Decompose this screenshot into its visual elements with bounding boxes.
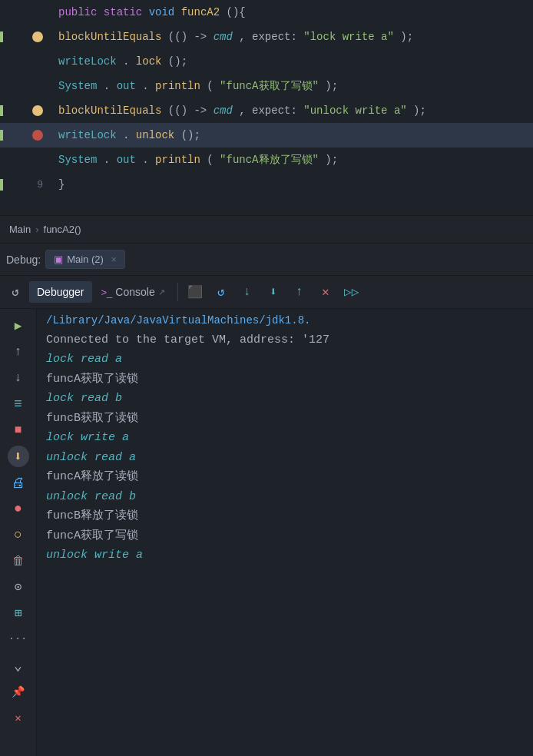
code-line-3: writeLock . lock ();: [0, 49, 533, 74]
step-into-button[interactable]: ↓: [235, 280, 260, 304]
breadcrumb-separator: ›: [35, 224, 38, 235]
console-area: ▶ ↑ ↓ ≡ ■ ⬇ 🖨 ● ○ 🗑 ⊙ ⊞ ··· ⌄ 📌 ✕ /Libra…: [0, 309, 533, 756]
step-up-button[interactable]: ↑: [287, 280, 312, 304]
record-icon[interactable]: ●: [8, 498, 29, 519]
output-line-9: funcB释放了读锁: [46, 506, 524, 526]
debug-tab-main[interactable]: ▣ Main (2) ×: [45, 250, 125, 269]
step-over-button[interactable]: ↺: [209, 280, 233, 304]
output-line-3: lock read b: [46, 389, 524, 409]
chevron-down-icon[interactable]: ⌄: [8, 655, 29, 676]
line-gutter-8: 9: [0, 179, 52, 191]
debug-tab-name: Main (2): [67, 254, 104, 265]
filter-icon[interactable]: ≡: [8, 393, 29, 415]
arrow-up-icon[interactable]: ↑: [8, 341, 29, 363]
breakpoint-dark-red[interactable]: [32, 130, 43, 141]
breakpoint-orange-1[interactable]: [32, 32, 43, 42]
line-gutter-2: [0, 32, 52, 42]
code-line-1: public static void funcA2 (){: [0, 0, 533, 25]
console-sidebar: ▶ ↑ ↓ ≡ ■ ⬇ 🖨 ● ○ 🗑 ⊙ ⊞ ··· ⌄ 📌 ✕: [0, 309, 37, 756]
step-out-button[interactable]: ⬇: [261, 280, 286, 304]
path-line: /Library/Java/JavaVirtualMachines/jdk1.8…: [46, 312, 524, 330]
debug-tab-icon: ▣: [54, 254, 63, 265]
green-bar-5: [0, 105, 3, 116]
green-bar-2: [0, 32, 3, 42]
mute-button[interactable]: ✕: [313, 280, 338, 304]
line-gutter-5: [0, 105, 52, 116]
debug-label: Debug:: [6, 254, 41, 266]
grid-icon[interactable]: ⊞: [8, 602, 29, 624]
output-line-11: unlock write a: [46, 545, 524, 565]
print-icon[interactable]: 🖨: [8, 472, 29, 493]
code-content-6: writeLock . unlock ();: [52, 129, 200, 141]
download-circle-icon[interactable]: ⬇: [8, 446, 29, 467]
stop-button[interactable]: ⬛: [183, 280, 207, 304]
console-output[interactable]: /Library/Java/JavaVirtualMachines/jdk1.8…: [37, 309, 533, 756]
code-content-7: System . out . println ( "funcA释放了写锁" );: [52, 153, 338, 167]
code-editor: public static void funcA2 (){ blockUntil…: [0, 0, 533, 215]
circle-icon[interactable]: ○: [8, 524, 29, 545]
code-content-5: blockUntilEquals (() -> cmd , expect: "u…: [52, 104, 426, 117]
code-content-1: public static void funcA2 (){: [52, 6, 246, 18]
output-line-5: lock write a: [46, 428, 524, 448]
main-container: public static void funcA2 (){ blockUntil…: [0, 0, 533, 756]
output-line-10: funcA获取了写锁: [46, 526, 524, 546]
debugger-tab[interactable]: Debugger: [29, 281, 92, 303]
output-line-7: funcA释放了读锁: [46, 467, 524, 487]
output-line-1: lock read a: [46, 350, 524, 370]
pin-icon[interactable]: 📌: [8, 681, 29, 702]
console-tab-icon: >_: [101, 287, 113, 298]
output-line-2: funcA获取了读锁: [46, 370, 524, 390]
line-gutter-6: [0, 130, 52, 141]
code-line-8: 9 }: [0, 172, 533, 197]
code-content-4: System . out . println ( "funcA获取了写锁" );: [52, 79, 338, 93]
keyword-void: void: [149, 6, 175, 18]
debug-bar: Debug: ▣ Main (2) ×: [0, 243, 533, 275]
trash-icon[interactable]: 🗑: [8, 550, 29, 572]
keyword-static: static: [104, 6, 142, 18]
breadcrumb-item-main[interactable]: Main: [9, 224, 31, 235]
code-content-8: }: [52, 178, 65, 191]
play-icon[interactable]: ▶: [8, 315, 29, 337]
stop-icon[interactable]: ■: [8, 419, 29, 441]
code-line-7: System . out . println ( "funcA释放了写锁" );: [0, 148, 533, 172]
toolbar-separator: [177, 283, 178, 301]
green-bar-6: [0, 130, 3, 141]
connected-line: Connected to the target VM, address: '12…: [46, 330, 524, 350]
code-content-2: blockUntilEquals (() -> cmd , expect: "l…: [52, 31, 413, 43]
rerun-button[interactable]: ↺: [3, 280, 28, 304]
debug-tab-close[interactable]: ×: [111, 254, 117, 265]
arrow-down-icon[interactable]: ↓: [8, 367, 29, 389]
breadcrumb-item-funca2[interactable]: funcA2(): [44, 224, 81, 235]
camera-icon[interactable]: ⊙: [8, 576, 29, 598]
output-line-6: unlock read a: [46, 448, 524, 468]
close-icon[interactable]: ✕: [8, 707, 29, 728]
code-content-3: writeLock . lock ();: [52, 55, 187, 68]
keyword-public: public: [58, 6, 97, 18]
output-line-4: funcB获取了读锁: [46, 409, 524, 429]
console-arrow-icon: ↗: [158, 287, 165, 297]
code-line-5: blockUntilEquals (() -> cmd , expect: "u…: [0, 98, 533, 123]
console-tab-label: Console: [115, 286, 154, 298]
more-dots-icon[interactable]: ···: [8, 628, 29, 650]
green-bar-8: [0, 179, 3, 191]
debugger-tab-label: Debugger: [37, 286, 84, 298]
toolbar: ↺ Debugger >_ Console ↗ ⬛ ↺ ↓ ⬇ ↑ ✕ ▷▷: [0, 275, 533, 309]
code-line-2: blockUntilEquals (() -> cmd , expect: "l…: [0, 25, 533, 49]
console-tab[interactable]: >_ Console ↗: [94, 281, 173, 303]
breadcrumb: Main › funcA2(): [0, 215, 533, 243]
output-line-8: unlock read b: [46, 487, 524, 507]
code-line-6: writeLock . unlock ();: [0, 123, 533, 148]
method-name: funcA2: [181, 6, 220, 18]
breakpoint-orange-2[interactable]: [32, 105, 43, 116]
line-number-8: 9: [37, 179, 43, 191]
code-line-4: System . out . println ( "funcA获取了写锁" );: [0, 74, 533, 98]
more-button[interactable]: ▷▷: [339, 280, 364, 304]
